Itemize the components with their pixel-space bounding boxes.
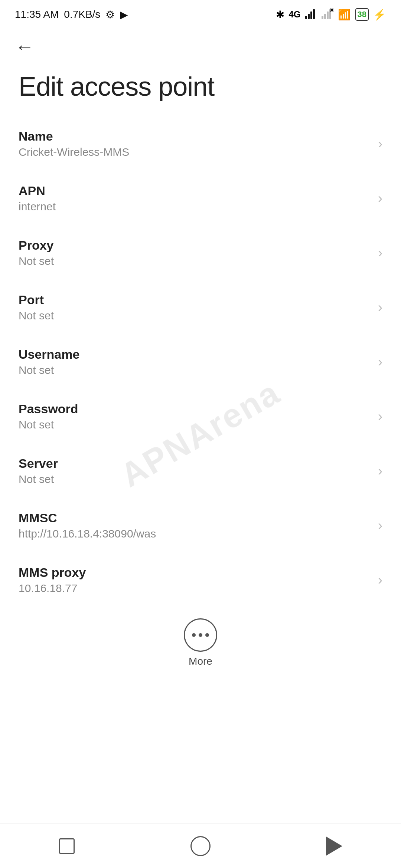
chevron-right-icon: › bbox=[378, 463, 382, 479]
settings-item-label: MMSC bbox=[19, 511, 371, 525]
more-button[interactable] bbox=[184, 618, 217, 652]
settings-item-value: 10.16.18.77 bbox=[19, 582, 371, 595]
video-icon: ▶ bbox=[120, 9, 128, 21]
settings-item-value: Not set bbox=[19, 473, 371, 486]
back-nav-button[interactable] bbox=[321, 833, 347, 859]
status-left: 11:35 AM 0.7KB/s ⚙ ▶ bbox=[15, 9, 128, 21]
settings-item-label: Password bbox=[19, 402, 371, 416]
speed-indicator: 0.7KB/s bbox=[64, 9, 100, 20]
svg-rect-2 bbox=[310, 11, 312, 19]
battery-indicator: 38 bbox=[355, 8, 369, 21]
bottom-navigation bbox=[0, 823, 401, 868]
triangle-icon bbox=[326, 836, 342, 856]
settings-item-name[interactable]: NameCricket-Wireless-MMS› bbox=[0, 116, 401, 171]
settings-item-server[interactable]: ServerNot set› bbox=[0, 444, 401, 498]
chevron-right-icon: › bbox=[378, 518, 382, 533]
more-label: More bbox=[189, 655, 212, 667]
settings-item-password[interactable]: PasswordNot set› bbox=[0, 389, 401, 444]
settings-item-label: Server bbox=[19, 456, 371, 471]
svg-rect-5 bbox=[324, 14, 326, 19]
charging-icon: ⚡ bbox=[373, 9, 386, 21]
more-button-area: More bbox=[0, 607, 401, 675]
settings-item-content: MMS proxy10.16.18.77 bbox=[19, 565, 371, 595]
wifi-icon: 📶 bbox=[338, 9, 351, 21]
settings-list: NameCricket-Wireless-MMS›APNinternet›Pro… bbox=[0, 116, 401, 607]
svg-rect-0 bbox=[305, 16, 307, 19]
settings-item-proxy[interactable]: ProxyNot set› bbox=[0, 226, 401, 280]
time: 11:35 AM bbox=[15, 9, 59, 20]
settings-item-label: Port bbox=[19, 293, 371, 307]
chevron-right-icon: › bbox=[378, 136, 382, 152]
chevron-right-icon: › bbox=[378, 572, 382, 588]
home-button[interactable] bbox=[188, 833, 213, 859]
settings-item-username[interactable]: UsernameNot set› bbox=[0, 335, 401, 389]
chevron-right-icon: › bbox=[378, 300, 382, 315]
settings-item-port[interactable]: PortNot set› bbox=[0, 280, 401, 335]
settings-item-value: Not set bbox=[19, 418, 371, 431]
chevron-right-icon: › bbox=[378, 354, 382, 370]
chevron-right-icon: › bbox=[378, 191, 382, 206]
more-dots-icon bbox=[192, 633, 209, 637]
chevron-right-icon: › bbox=[378, 409, 382, 424]
settings-item-apn[interactable]: APNinternet› bbox=[0, 171, 401, 226]
settings-item-value: Not set bbox=[19, 364, 371, 377]
settings-item-value: http://10.16.18.4:38090/was bbox=[19, 527, 371, 540]
settings-item-value: Cricket-Wireless-MMS bbox=[19, 146, 371, 158]
signal-bars-1 bbox=[305, 9, 317, 20]
settings-item-content: APNinternet bbox=[19, 184, 371, 213]
back-button[interactable]: ← bbox=[15, 37, 386, 56]
recent-apps-button[interactable] bbox=[54, 833, 80, 859]
circle-icon bbox=[190, 836, 211, 856]
settings-item-mmsc[interactable]: MMSChttp://10.16.18.4:38090/was› bbox=[0, 498, 401, 553]
settings-item-content: UsernameNot set bbox=[19, 347, 371, 377]
dot-1 bbox=[192, 633, 196, 637]
settings-item-label: Name bbox=[19, 129, 371, 144]
settings-item-content: MMSChttp://10.16.18.4:38090/was bbox=[19, 511, 371, 540]
battery-level: 38 bbox=[358, 10, 366, 19]
svg-rect-6 bbox=[327, 11, 329, 19]
square-icon bbox=[59, 838, 75, 854]
settings-item-value: Not set bbox=[19, 255, 371, 267]
settings-item-label: Proxy bbox=[19, 238, 371, 253]
dot-2 bbox=[199, 633, 202, 637]
settings-item-content: NameCricket-Wireless-MMS bbox=[19, 129, 371, 158]
page-title: Edit access point bbox=[0, 60, 401, 116]
svg-rect-4 bbox=[322, 16, 323, 19]
status-bar: 11:35 AM 0.7KB/s ⚙ ▶ ✱ 4G bbox=[0, 0, 401, 26]
svg-rect-1 bbox=[308, 14, 310, 19]
top-navigation: ← bbox=[0, 26, 401, 60]
settings-icon: ⚙ bbox=[105, 9, 115, 21]
settings-item-content: PasswordNot set bbox=[19, 402, 371, 431]
chevron-right-icon: › bbox=[378, 245, 382, 261]
settings-item-content: PortNot set bbox=[19, 293, 371, 322]
status-right: ✱ 4G 📶 38 ⚡ bbox=[276, 8, 387, 21]
settings-item-label: MMS proxy bbox=[19, 565, 371, 580]
signal-bars-2 bbox=[322, 9, 333, 20]
settings-item-content: ServerNot set bbox=[19, 456, 371, 486]
settings-item-label: APN bbox=[19, 184, 371, 198]
bluetooth-icon: ✱ bbox=[276, 9, 284, 21]
settings-item-value: internet bbox=[19, 200, 371, 213]
dot-3 bbox=[205, 633, 209, 637]
settings-item-mms-proxy[interactable]: MMS proxy10.16.18.77› bbox=[0, 553, 401, 607]
settings-item-label: Username bbox=[19, 347, 371, 362]
settings-item-value: Not set bbox=[19, 309, 371, 322]
settings-item-content: ProxyNot set bbox=[19, 238, 371, 267]
network-4g-icon: 4G bbox=[289, 9, 301, 20]
svg-rect-3 bbox=[313, 9, 315, 19]
